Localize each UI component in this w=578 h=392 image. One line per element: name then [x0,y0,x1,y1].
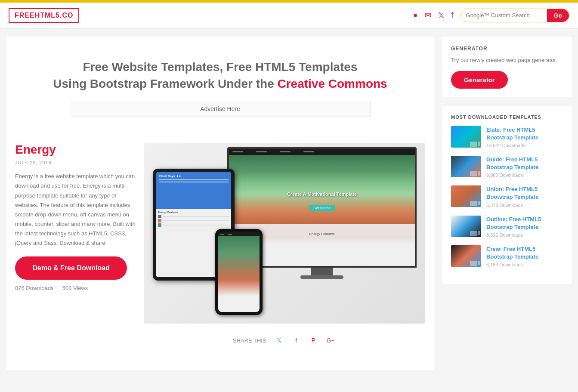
template-name[interactable]: Union: Free HTML5 Bootstrap Template [486,185,563,201]
hero: Free Website Templates, Free HTML5 Templ… [15,46,425,134]
advertise-text: Advertise Here [200,105,240,112]
hero-title: Free Website Templates, Free HTML5 Templ… [24,59,417,92]
template-name[interactable]: Elate: Free HTML5 Bootstrap Template [486,126,563,142]
template-item: Union: Free HTML5 Bootstrap Template 6,3… [451,185,563,207]
cta-btn: Get started [309,205,335,211]
twitter-icon[interactable]: 𝕏 [438,11,445,20]
article-title: Energy [15,143,136,157]
main-content: Free Website Templates, Free HTML5 Templ… [6,37,434,370]
template-info: Union: Free HTML5 Bootstrap Template 6,3… [486,185,563,207]
nav-item [232,151,243,152]
main-layout: Free Website Templates, Free HTML5 Templ… [0,28,578,379]
email-icon[interactable]: ✉ [425,11,431,20]
template-info: Guide: Free HTML5 Bootstrap Template 9,0… [486,156,563,178]
monitor-nav [229,149,415,155]
template-thumbnail [451,156,481,177]
tablet-line3 [159,182,229,183]
template-thumbnail [451,245,481,267]
phone-device [215,229,263,315]
phone-screen [218,232,260,312]
monitor-base [300,275,343,279]
share-label: SHARE THIS: [233,337,268,344]
advertise-bar[interactable]: Advertise Here [70,101,371,117]
googleplus-share-icon[interactable]: G+ [325,334,337,346]
tab-feature1 [158,215,229,218]
rss-icon[interactable]: ● [413,11,418,20]
generator-title: GENERATOR [451,46,563,52]
search-input[interactable] [461,9,547,21]
search-bar: Go [461,9,569,22]
phone-frame [215,229,263,315]
overlay-text: Create A Motivational Template [287,191,357,197]
nav-item [280,151,291,152]
template-thumbnail [451,185,481,207]
tablet-line2 [159,181,229,182]
template-item: Elate: Free HTML5 Bootstrap Template 13,… [451,126,563,148]
downloads-title: MOST DOWNLOADED TEMPLATES [451,114,563,120]
template-info: Outline: Free HTML5 Bootstrap Template 8… [486,216,563,238]
header: FREEHTML5.CO ● ✉ 𝕏 f Go [0,3,578,28]
article-image: Create A Motivational Template Get start… [144,143,425,353]
hero-title-highlight: Creative Commons [278,77,387,90]
hero-title-part2: Using Bootstrap Framework Under the [53,77,274,90]
template-downloads: 9,080 Downloads [486,173,563,178]
article-date: JULY 25, 2016 [15,160,136,165]
template-downloads: 8,311 Downloads [486,232,563,238]
article-description: Energy is a free website template which … [15,172,136,248]
sidebar-generator: GENERATOR Try our newly created web page… [442,37,572,97]
template-info: Elate: Free HTML5 Bootstrap Template 13,… [486,126,563,148]
logo-text: FREEHTML5.CO [15,12,73,19]
hero-title-part1: Free Website Templates, Free HTML5 Templ… [83,60,358,74]
demo-download-button[interactable]: Demo & Free Download [15,256,127,280]
article-stats: 876 Downloads 508 Views [15,285,136,291]
twitter-share-icon[interactable]: 𝕏 [273,334,285,346]
facebook-icon[interactable]: f [451,11,454,20]
template-thumbnail [451,126,481,148]
article: Energy JULY 25, 2016 Energy is a free we… [15,143,425,361]
template-downloads: 13,622 Downloads [486,143,563,148]
template-info: Crew: Free HTML5 Bootstrap Template 6,15… [486,245,563,267]
monitor-stand [311,268,333,275]
tab-feature2 [158,219,229,222]
template-downloads: 6,153 Downloads [486,262,563,267]
nav-item [256,151,267,152]
template-name[interactable]: Outline: Free HTML5 Bootstrap Template [486,216,563,231]
generator-button[interactable]: Generator [451,71,508,89]
generator-description: Try our newly created web page generator… [451,56,563,65]
tab-feature3 [158,223,229,227]
downloads-count: 876 Downloads [15,285,54,291]
tablet-line [159,179,229,180]
template-name[interactable]: Crew: Free HTML5 Bootstrap Template [486,245,563,261]
tab-section-title: Energy Features [158,211,229,213]
phone-nav [218,232,260,236]
views-count: 508 Views [62,285,88,291]
go-button[interactable]: Go [547,9,569,22]
template-item: Crew: Free HTML5 Bootstrap Template 6,15… [451,245,563,267]
logo-box[interactable]: FREEHTML5.CO [9,8,79,23]
template-item: Outline: Free HTML5 Bootstrap Template 8… [451,216,563,238]
facebook-share-icon[interactable]: f [290,334,302,346]
article-left: Energy JULY 25, 2016 Energy is a free we… [15,143,136,353]
share-section: SHARE THIS: 𝕏 f P G+ [144,328,425,353]
header-right: ● ✉ 𝕏 f Go [413,9,569,22]
templates-list: Elate: Free HTML5 Bootstrap Template 13,… [451,126,563,268]
tablet-title: Client Says ✦✦ [159,175,229,178]
nav-item [303,151,314,152]
template-name[interactable]: Guide: Free HTML5 Bootstrap Template [486,156,563,171]
template-thumbnail [451,216,481,237]
sidebar-downloads: MOST DOWNLOADED TEMPLATES Elate: Free HT… [442,106,572,284]
template-downloads: 6,378 Downloads [486,203,563,208]
pinterest-share-icon[interactable]: P [307,334,319,346]
device-mockup: Create A Motivational Template Get start… [144,143,425,324]
tablet-top: Client Says ✦✦ [156,172,231,209]
template-item: Guide: Free HTML5 Bootstrap Template 9,0… [451,156,563,178]
sidebar: GENERATOR Try our newly created web page… [442,37,572,370]
